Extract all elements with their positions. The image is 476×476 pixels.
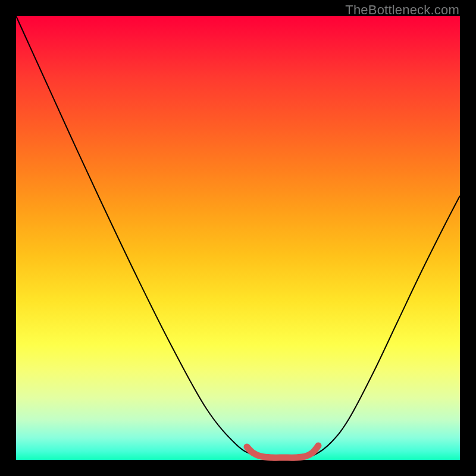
watermark-text: TheBottleneck.com [345, 2, 459, 18]
curve-svg [16, 16, 460, 460]
plot-area [16, 16, 460, 460]
red-nub [247, 446, 318, 458]
bottleneck-curve [16, 16, 460, 458]
chart-stage: TheBottleneck.com [0, 0, 476, 476]
